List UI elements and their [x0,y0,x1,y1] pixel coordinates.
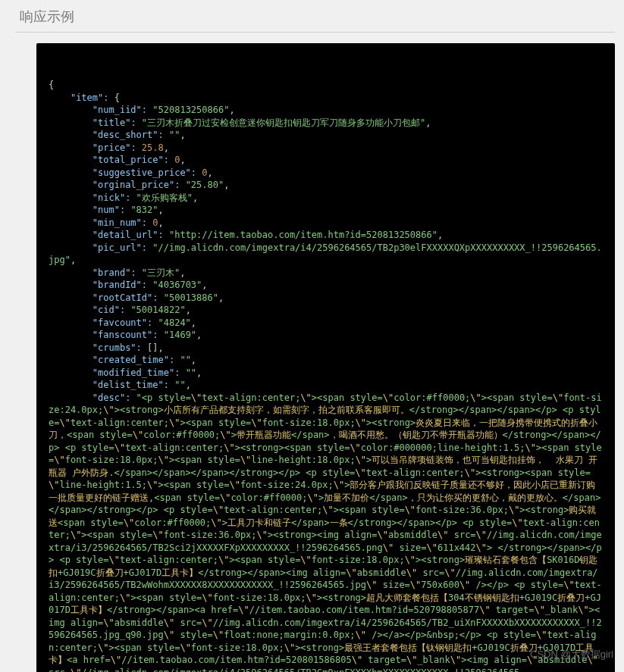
section-heading: 响应示例 [15,0,615,33]
json-code-block: { "item": { "num_iid": "520813250866", "… [36,43,615,672]
